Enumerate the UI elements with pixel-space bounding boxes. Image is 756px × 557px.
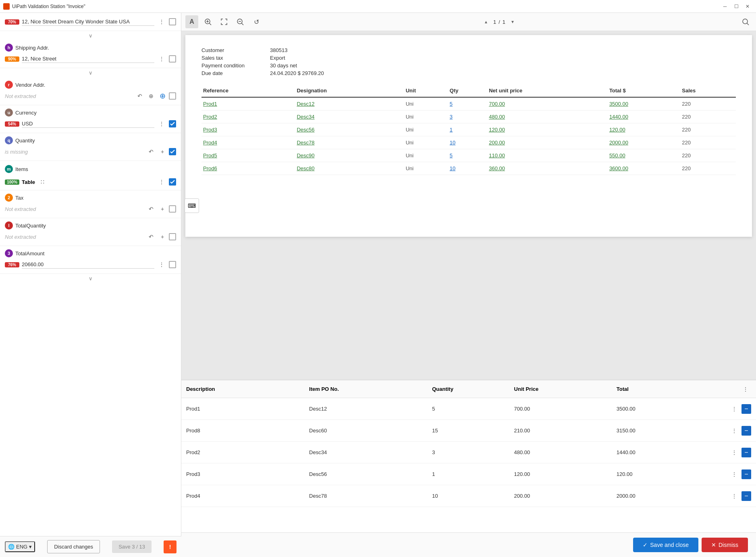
save-button[interactable]: Save 3 / 13 xyxy=(112,540,152,553)
row-kebab-menu[interactable]: ⋮ xyxy=(729,490,740,502)
total-qty-add[interactable]: + xyxy=(158,232,167,242)
items-menu[interactable]: ⋮ xyxy=(157,177,166,187)
row-kebab-menu[interactable]: ⋮ xyxy=(729,469,740,480)
inv-price: 120.00 xyxy=(487,123,608,136)
payment-value: 30 days net xyxy=(270,63,736,69)
currency-checkbox[interactable] xyxy=(169,120,176,127)
tax-add[interactable]: + xyxy=(158,204,167,214)
shipping-menu[interactable]: ⋮ xyxy=(157,54,166,64)
inv-price: 480.00 xyxy=(487,111,608,123)
row-kebab-menu[interactable]: ⋮ xyxy=(729,425,740,436)
total-qty-letter: l xyxy=(5,221,13,229)
chevron-down-3[interactable]: ∨ xyxy=(0,274,181,283)
field-tax: 2 Tax Not extracted ↶ + xyxy=(0,190,181,218)
page-prev-button[interactable]: ▴ xyxy=(481,17,491,27)
col-designation: Designation xyxy=(295,84,404,97)
vendor-add[interactable]: ⊕ xyxy=(146,91,156,101)
vendor-link[interactable]: ⊕ xyxy=(158,91,167,101)
total-amount-badge: 76% xyxy=(5,262,19,267)
currency-input[interactable] xyxy=(22,120,154,128)
text-tool-button[interactable]: A xyxy=(185,15,198,28)
zoom-in-button[interactable] xyxy=(201,15,214,28)
inv-unit: Uni xyxy=(404,111,448,123)
field-quantity: q Quantity is missing ↶ + xyxy=(0,133,181,161)
data-unit-price: 700.00 xyxy=(514,406,617,412)
quantity-header: q Quantity xyxy=(5,136,176,144)
inv-total: 3500.00 xyxy=(608,97,680,111)
doc-toolbar: A ↺ ▴ 1 / 1 ▾ xyxy=(181,13,756,31)
keyboard-button[interactable]: ⌨ xyxy=(185,198,199,213)
customer-label: Customer xyxy=(201,47,266,53)
quantity-undo[interactable]: ↶ xyxy=(146,147,156,156)
table-kebab-menu[interactable]: ⋮ xyxy=(740,384,751,395)
title-bar-left: UiPath Validation Station "Invoice" xyxy=(3,3,85,10)
vendor-addr-header: r Vendor Addr. xyxy=(5,81,176,89)
total-qty-undo[interactable]: ↶ xyxy=(146,232,156,242)
data-total: 120.00 xyxy=(617,471,719,477)
row-remove-button[interactable]: − xyxy=(741,491,751,501)
chevron-down-1[interactable]: ∨ xyxy=(0,31,181,40)
save-close-label: Save and close xyxy=(650,542,689,548)
vendor-checkbox[interactable] xyxy=(169,92,176,100)
total-amount-checkbox[interactable] xyxy=(169,261,176,268)
row-remove-button[interactable]: − xyxy=(741,469,751,479)
discard-button[interactable]: Discard changes xyxy=(47,540,100,553)
invoice-row: Prod2 Desc34 Uni 3 480.00 1440.00 220 xyxy=(201,111,736,123)
billing-addr-checkbox[interactable] xyxy=(169,18,176,25)
page-current: 1 xyxy=(493,19,496,25)
invoice-row: Prod5 Desc90 Uni 5 110.00 550.00 220 xyxy=(201,149,736,162)
data-po: Desc60 xyxy=(309,428,432,434)
data-desc: Prod1 xyxy=(186,406,309,412)
page-next-button[interactable]: ▾ xyxy=(508,17,517,27)
chevron-down-2[interactable]: ∨ xyxy=(0,68,181,77)
inv-desc: Desc80 xyxy=(295,162,404,175)
tax-letter: 2 xyxy=(5,194,13,202)
field-billing-addr: 70% ⋮ xyxy=(0,13,181,31)
alert-button[interactable]: ! xyxy=(164,540,177,553)
vendor-undo[interactable]: ↶ xyxy=(135,91,145,101)
shipping-addr-input[interactable] xyxy=(22,55,154,63)
inv-sales: 220 xyxy=(680,97,736,111)
maximize-button[interactable]: ☐ xyxy=(731,2,741,11)
total-qty-checkbox[interactable] xyxy=(169,233,176,240)
inv-unit: Uni xyxy=(404,136,448,149)
data-qty: 1 xyxy=(432,471,514,477)
quantity-checkbox[interactable] xyxy=(169,148,176,155)
row-kebab-menu[interactable]: ⋮ xyxy=(729,447,740,458)
search-button[interactable] xyxy=(739,15,752,28)
vendor-placeholder: Not extracted xyxy=(5,93,133,99)
row-remove-button[interactable]: − xyxy=(741,448,751,457)
close-button[interactable]: ✕ xyxy=(742,2,753,11)
billing-addr-menu[interactable]: ⋮ xyxy=(157,17,166,27)
row-kebab-menu[interactable]: ⋮ xyxy=(729,403,740,415)
row-remove-button[interactable]: − xyxy=(741,426,751,436)
billing-addr-input[interactable] xyxy=(22,18,154,26)
shipping-checkbox[interactable] xyxy=(169,55,176,63)
tax-undo[interactable]: ↶ xyxy=(146,204,156,214)
row-remove-button[interactable]: − xyxy=(741,404,751,414)
invoice-row: Prod1 Desc12 Uni 5 700.00 3500.00 220 xyxy=(201,97,736,111)
save-close-button[interactable]: ✓ Save and close xyxy=(633,538,698,552)
inv-total: 3600.00 xyxy=(608,162,680,175)
dismiss-button[interactable]: ✕ Dismiss xyxy=(702,538,748,552)
tax-checkbox[interactable] xyxy=(169,205,176,213)
total-amount-input[interactable] xyxy=(22,261,154,269)
currency-menu[interactable]: ⋮ xyxy=(157,119,166,129)
inv-desc: Desc56 xyxy=(295,123,404,136)
items-actions: ⋮ xyxy=(157,177,176,187)
data-desc: Prod2 xyxy=(186,449,309,455)
quantity-add[interactable]: + xyxy=(158,147,167,156)
total-qty-actions: ↶ + xyxy=(146,232,176,242)
minimize-button[interactable]: ─ xyxy=(720,2,730,11)
quantity-row: is missing ↶ + xyxy=(5,146,176,157)
language-selector[interactable]: 🌐 ENG ▾ xyxy=(5,541,35,552)
refresh-button[interactable]: ↺ xyxy=(250,15,263,28)
bottom-bar: 🌐 ENG ▾ Discard changes Save 3 / 13 ! xyxy=(0,536,181,557)
data-unit-price: 210.00 xyxy=(514,428,617,434)
total-amount-header: 3 TotalAmount xyxy=(5,249,176,257)
total-amount-menu[interactable]: ⋮ xyxy=(157,260,166,269)
zoom-out-button[interactable] xyxy=(234,15,247,28)
items-checkbox[interactable] xyxy=(169,178,176,186)
table-view-toggle[interactable]: ∷ xyxy=(37,177,47,187)
fit-screen-button[interactable] xyxy=(218,15,231,28)
